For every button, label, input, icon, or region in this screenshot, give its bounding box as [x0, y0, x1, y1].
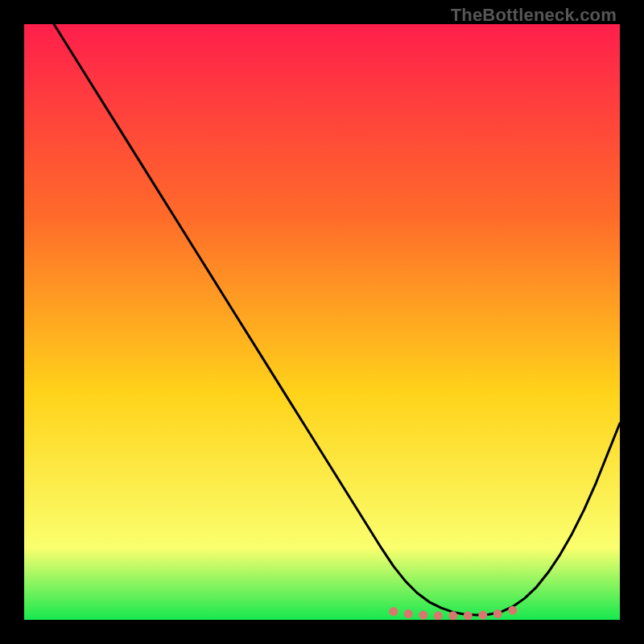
optimal-dot [404, 609, 413, 618]
chart-frame [24, 24, 620, 620]
gradient-background [24, 24, 620, 620]
chart-svg [24, 24, 620, 620]
optimal-dot [478, 611, 487, 620]
watermark-text: TheBottleneck.com [451, 5, 617, 26]
optimal-dot [419, 611, 427, 620]
optimal-dot [508, 606, 517, 615]
optimal-dot [464, 611, 473, 620]
optimal-dot [389, 607, 398, 616]
optimal-dot [493, 609, 502, 618]
optimal-dot [434, 611, 443, 620]
optimal-dot [448, 611, 457, 620]
